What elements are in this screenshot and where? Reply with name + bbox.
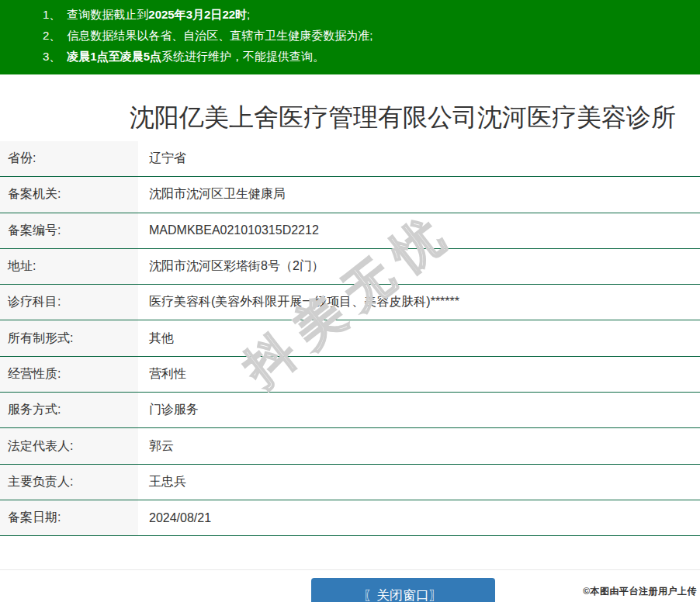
notice-text: 系统进行维护，不能提供查询。 <box>161 50 324 63</box>
row-label: 所有制形式: <box>0 320 138 355</box>
row-label: 诊疗科目: <box>0 285 138 320</box>
notice-number: 2、 <box>43 29 61 42</box>
notice-text-bold: 2025年3月2日22时 <box>148 8 247 21</box>
divider <box>0 569 700 570</box>
notice-text: 信息数据结果以各省、自治区、直辖市卫生健康委数据为准; <box>67 29 373 42</box>
row-label: 备案机关: <box>0 177 138 212</box>
page-title: 沈阳亿美上舍医疗管理有限公司沈河医疗美容诊所 <box>0 74 700 141</box>
table-row-legal-representative: 法定代表人: 郭云 <box>0 428 700 464</box>
info-table: 省份: 辽宁省 备案机关: 沈阳市沈河区卫生健康局 备案编号: MADMKBEA… <box>0 141 700 536</box>
row-value: 医疗美容科(美容外科限开展一级项目、美容皮肤科)****** <box>138 285 700 320</box>
row-value: 2024/08/21 <box>138 500 700 535</box>
table-row-medical-subjects: 诊疗科目: 医疗美容科(美容外科限开展一级项目、美容皮肤科)****** <box>0 285 700 320</box>
notice-number: 1、 <box>43 8 61 21</box>
row-label: 备案日期: <box>0 500 138 535</box>
row-value: 辽宁省 <box>138 141 700 176</box>
table-row-principal-person: 主要负责人: 王忠兵 <box>0 465 700 500</box>
row-value: 营利性 <box>138 357 700 392</box>
row-value: 沈阳市沈河区彩塔街8号（2门） <box>138 249 700 284</box>
row-label: 地址: <box>0 249 138 284</box>
notice-banner: 1、查询数据截止到2025年3月2日22时; 2、信息数据结果以各省、自治区、直… <box>0 0 700 74</box>
row-label: 服务方式: <box>0 393 138 427</box>
row-value: 其他 <box>138 320 700 355</box>
notice-text: 查询数据截止到 <box>67 8 148 21</box>
row-label: 备案编号: <box>0 213 138 248</box>
row-label: 主要负责人: <box>0 465 138 500</box>
row-label: 法定代表人: <box>0 428 138 463</box>
row-value: 沈阳市沈河区卫生健康局 <box>138 177 700 212</box>
row-label: 省份: <box>0 141 138 176</box>
table-row-filing-authority: 备案机关: 沈阳市沈河区卫生健康局 <box>0 177 700 213</box>
table-row-address: 地址: 沈阳市沈河区彩塔街8号（2门） <box>0 249 700 285</box>
row-label: 经营性质: <box>0 357 138 392</box>
row-value: 王忠兵 <box>138 465 700 500</box>
table-row-operation-nature: 经营性质: 营利性 <box>0 357 700 393</box>
row-value: 门诊服务 <box>138 393 700 427</box>
table-row-service-mode: 服务方式: 门诊服务 <box>0 393 700 428</box>
notice-number: 3、 <box>43 50 61 63</box>
notice-text-bold: 凌晨1点至凌晨5点 <box>67 50 161 63</box>
image-credit: ©本图由平台注册用户上传 <box>583 585 697 598</box>
notice-text: ; <box>247 8 250 21</box>
table-row-ownership-form: 所有制形式: 其他 <box>0 320 700 356</box>
notice-line-1: 1、查询数据截止到2025年3月2日22时; <box>43 4 700 25</box>
table-row-filing-date: 备案日期: 2024/08/21 <box>0 500 700 536</box>
table-row-filing-number: 备案编号: MADMKBEA021010315D2212 <box>0 213 700 249</box>
table-row-province: 省份: 辽宁省 <box>0 141 700 177</box>
row-value: MADMKBEA021010315D2212 <box>138 213 700 248</box>
page-content: 1、查询数据截止到2025年3月2日22时; 2、信息数据结果以各省、自治区、直… <box>0 0 700 602</box>
notice-line-2: 2、信息数据结果以各省、自治区、直辖市卫生健康委数据为准; <box>43 25 700 46</box>
row-value: 郭云 <box>138 428 700 463</box>
close-window-button[interactable]: 〖关闭窗口〗 <box>311 578 495 602</box>
notice-line-3: 3、凌晨1点至凌晨5点系统进行维护，不能提供查询。 <box>43 46 700 67</box>
